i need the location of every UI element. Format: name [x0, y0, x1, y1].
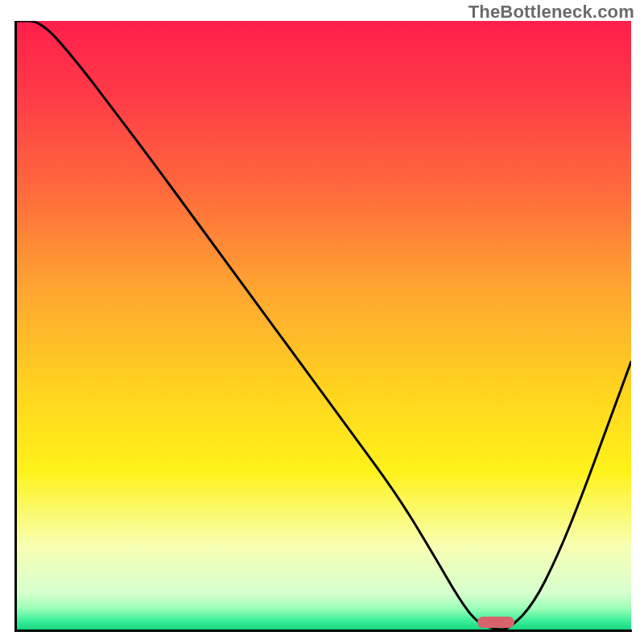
chart-stage: TheBottleneck.com — [0, 0, 644, 644]
watermark-text: TheBottleneck.com — [469, 2, 634, 23]
axes-frame — [14, 21, 632, 632]
